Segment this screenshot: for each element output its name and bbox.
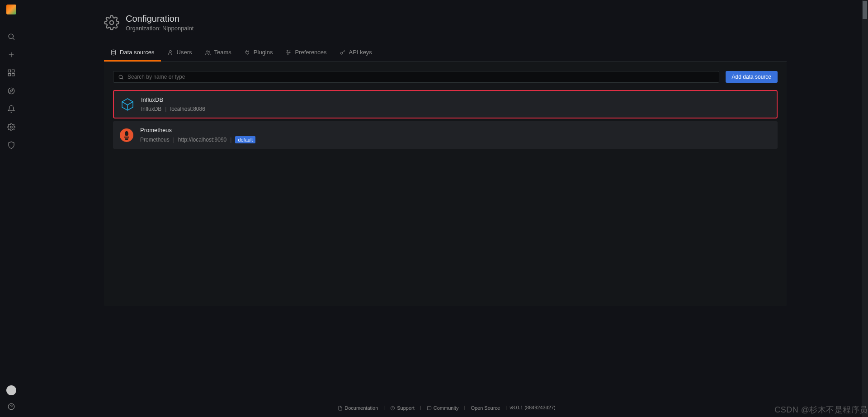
tab-label: Plugins bbox=[254, 49, 273, 56]
svg-point-14 bbox=[111, 50, 115, 52]
separator: | bbox=[505, 405, 507, 410]
svg-point-13 bbox=[110, 21, 114, 25]
search-input[interactable] bbox=[127, 74, 714, 80]
svg-point-15 bbox=[169, 50, 171, 52]
help-icon[interactable] bbox=[7, 403, 15, 411]
search-icon bbox=[118, 74, 124, 80]
tab-label: Teams bbox=[214, 49, 231, 56]
separator: | bbox=[165, 106, 166, 112]
svg-point-0 bbox=[9, 34, 14, 39]
sliders-icon bbox=[285, 49, 292, 56]
svg-point-28 bbox=[119, 75, 123, 79]
database-icon bbox=[110, 49, 117, 56]
datasource-meta: InfluxDB | localhost:8086 bbox=[141, 106, 205, 112]
explore-icon[interactable] bbox=[7, 87, 15, 95]
svg-line-32 bbox=[127, 102, 133, 105]
tab-data-sources[interactable]: Data sources bbox=[104, 44, 161, 62]
svg-rect-4 bbox=[8, 70, 10, 72]
sidebar-nav bbox=[7, 33, 15, 149]
main-content: Configuration Organization: Nipponpaint … bbox=[23, 0, 868, 306]
datasource-url: http://localhost:9090 bbox=[178, 137, 226, 143]
content-panel: Add data source InfluxDB InfluxDB | loca… bbox=[104, 62, 787, 306]
footer-support[interactable]: Support bbox=[390, 405, 415, 411]
default-badge: default bbox=[235, 136, 255, 143]
search-icon[interactable] bbox=[7, 33, 15, 41]
tab-teams[interactable]: Teams bbox=[198, 44, 238, 62]
page-subtitle: Organization: Nipponpaint bbox=[126, 25, 193, 32]
tab-plugins[interactable]: Plugins bbox=[238, 44, 279, 62]
footer-documentation[interactable]: Documentation bbox=[338, 405, 378, 411]
user-icon bbox=[167, 49, 174, 56]
footer-link-label: Documentation bbox=[344, 405, 378, 411]
separator: | bbox=[173, 137, 175, 143]
svg-point-16 bbox=[206, 50, 208, 52]
configuration-gear-icon[interactable] bbox=[7, 123, 15, 131]
tabs: Data sources Users Teams Plugins Prefere… bbox=[104, 44, 787, 62]
add-data-source-button[interactable]: Add data source bbox=[726, 71, 778, 83]
tab-label: Preferences bbox=[295, 49, 326, 56]
datasource-card-prometheus[interactable]: Prometheus Prometheus | http://localhost… bbox=[113, 121, 778, 149]
alerting-bell-icon[interactable] bbox=[7, 105, 15, 113]
svg-line-27 bbox=[344, 51, 344, 52]
page-title: Configuration bbox=[126, 14, 193, 24]
separator: | bbox=[383, 405, 385, 410]
users-icon bbox=[205, 49, 211, 56]
datasource-meta: Prometheus | http://localhost:9090 | def… bbox=[140, 136, 255, 143]
page-header: Configuration Organization: Nipponpaint bbox=[104, 14, 787, 32]
separator: | bbox=[464, 405, 465, 410]
user-avatar[interactable] bbox=[6, 385, 16, 395]
svg-marker-9 bbox=[10, 90, 13, 92]
separator: | bbox=[420, 405, 421, 410]
datasource-name: InfluxDB bbox=[141, 96, 205, 103]
footer: Documentation | Support | Community | Op… bbox=[23, 405, 868, 411]
svg-point-8 bbox=[8, 88, 14, 94]
sidebar bbox=[0, 0, 23, 417]
svg-rect-35 bbox=[124, 137, 129, 137]
scrollbar-thumb[interactable] bbox=[863, 1, 867, 19]
svg-line-1 bbox=[13, 38, 14, 39]
tab-users[interactable]: Users bbox=[161, 44, 198, 62]
grafana-logo-icon[interactable] bbox=[6, 5, 16, 14]
footer-link-label: Open Source bbox=[471, 405, 500, 411]
footer-version: v8.0.1 (8849243d27) bbox=[509, 405, 556, 410]
search-wrap[interactable] bbox=[113, 71, 719, 83]
svg-point-17 bbox=[208, 51, 210, 52]
datasource-type: InfluxDB bbox=[141, 106, 161, 112]
svg-rect-5 bbox=[12, 70, 14, 72]
datasource-name: Prometheus bbox=[140, 127, 255, 133]
svg-point-25 bbox=[340, 52, 343, 54]
svg-rect-7 bbox=[8, 74, 10, 76]
datasource-type: Prometheus bbox=[140, 137, 170, 143]
tab-label: Users bbox=[177, 49, 192, 56]
plug-icon bbox=[244, 49, 250, 56]
scrollbar[interactable] bbox=[862, 0, 868, 417]
tab-label: API keys bbox=[349, 49, 372, 56]
server-admin-shield-icon[interactable] bbox=[7, 141, 15, 149]
footer-link-label: Support bbox=[397, 405, 415, 411]
key-icon bbox=[340, 49, 346, 56]
tab-api-keys[interactable]: API keys bbox=[333, 44, 378, 62]
svg-point-11 bbox=[8, 403, 14, 410]
svg-rect-6 bbox=[12, 74, 14, 76]
plus-icon[interactable] bbox=[7, 51, 15, 59]
separator: | bbox=[230, 137, 231, 143]
footer-link-label: Community bbox=[434, 405, 459, 411]
prometheus-icon bbox=[119, 128, 134, 142]
dashboards-icon[interactable] bbox=[7, 69, 15, 77]
tab-preferences[interactable]: Preferences bbox=[279, 44, 333, 62]
influxdb-icon bbox=[120, 97, 135, 112]
footer-open-source[interactable]: Open Source bbox=[471, 405, 500, 411]
datasource-url: localhost:8086 bbox=[170, 106, 205, 112]
watermark: CSDN @杉木不是程序员 bbox=[774, 404, 868, 415]
svg-line-31 bbox=[122, 102, 127, 105]
datasource-card-influxdb[interactable]: InfluxDB InfluxDB | localhost:8086 bbox=[113, 90, 778, 118]
tab-label: Data sources bbox=[120, 49, 155, 56]
gear-icon bbox=[104, 15, 119, 30]
toolbar: Add data source bbox=[113, 71, 778, 83]
svg-line-29 bbox=[122, 78, 123, 79]
svg-point-36 bbox=[391, 406, 395, 410]
footer-community[interactable]: Community bbox=[427, 405, 459, 411]
svg-point-10 bbox=[10, 126, 13, 128]
